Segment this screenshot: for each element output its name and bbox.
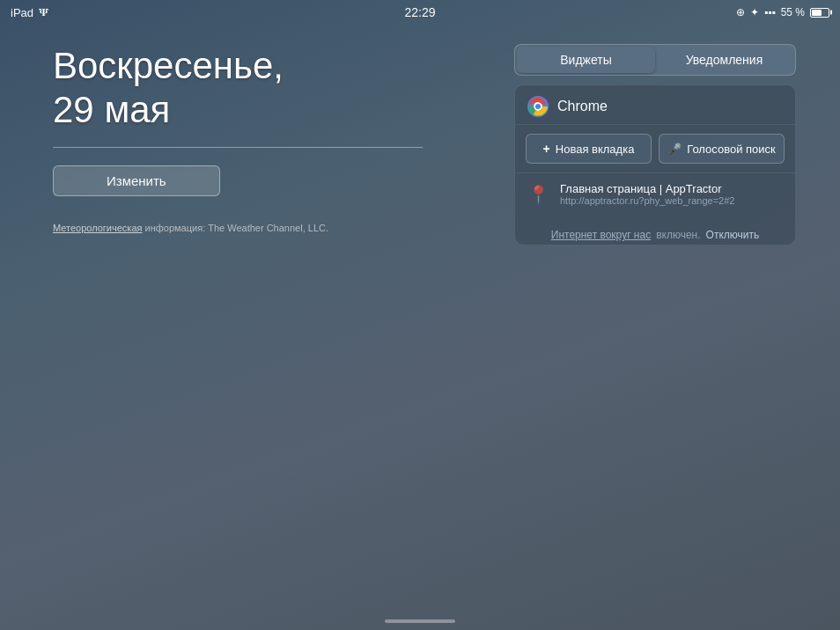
tabs-container: Виджеты Уведомления	[514, 44, 796, 76]
voice-search-button[interactable]: 🎤 Голосовой поиск	[659, 134, 785, 164]
divider	[53, 147, 423, 148]
home-indicator[interactable]	[385, 619, 455, 623]
site-url: http://apptractor.ru?phy_web_range=2#2	[560, 195, 783, 206]
widget-actions: + Новая вкладка 🎤 Голосовой поиск	[515, 125, 795, 172]
right-panel: Виджеты Уведомления Chrome	[514, 44, 796, 245]
status-bar: iPad 𝚿 22:29 ⊕ ✦ ▪▪▪ 55 %	[0, 0, 840, 25]
plus-icon: +	[543, 142, 550, 156]
date-display: Воскресенье, 29 мая	[53, 44, 475, 133]
date-day: 29 мая	[53, 89, 170, 130]
status-left: iPad 𝚿	[11, 6, 48, 19]
chrome-widget: Chrome + Новая вкладка 🎤 Голосовой поиск…	[514, 84, 796, 245]
voice-search-label: Голосовой поиск	[687, 143, 776, 156]
wifi-icon: 𝚿	[39, 6, 48, 18]
site-title: Главная страница | AppTractor	[560, 182, 783, 195]
svg-point-3	[535, 104, 541, 109]
site-location-icon: 📍	[527, 184, 549, 205]
chrome-app-icon	[527, 96, 549, 117]
internet-around-us-link[interactable]: Интернет вокруг нас	[551, 229, 651, 241]
disable-button[interactable]: Отключить	[706, 229, 760, 241]
microphone-icon: 🎤	[667, 143, 682, 156]
left-panel: Воскресенье, 29 мая Изменить Метеорологи…	[53, 44, 475, 233]
new-tab-label: Новая вкладка	[556, 143, 635, 156]
edit-button[interactable]: Изменить	[53, 165, 220, 196]
battery-icon	[810, 8, 829, 18]
chrome-widget-header: Chrome	[515, 85, 795, 125]
device-label: iPad	[11, 6, 33, 19]
location-status-icon: ⊕	[736, 6, 745, 18]
recent-site[interactable]: 📍 Главная страница | AppTractor http://a…	[515, 172, 795, 216]
weather-credit-text: информация: The Weather Channel, LLC.	[142, 223, 328, 233]
new-tab-button[interactable]: + Новая вкладка	[526, 134, 652, 164]
tab-notifications[interactable]: Уведомления	[655, 47, 793, 73]
tab-widgets[interactable]: Виджеты	[517, 47, 655, 73]
internet-notice: Интернет вокруг нас включен. Отключить	[515, 216, 795, 245]
battery-percent: 55 %	[781, 6, 805, 18]
bluetooth-icon: ✦	[750, 6, 759, 18]
internet-notice-text: включен.	[656, 229, 700, 241]
chrome-widget-title: Chrome	[557, 99, 608, 114]
date-weekday: Воскресенье,	[53, 45, 284, 86]
site-info: Главная страница | AppTractor http://app…	[560, 182, 783, 206]
weather-link[interactable]: Метеорологическая	[53, 223, 142, 233]
weather-credit: Метеорологическая информация: The Weathe…	[53, 223, 475, 233]
signal-bars: ▪▪▪	[764, 6, 776, 18]
status-right: ⊕ ✦ ▪▪▪ 55 %	[736, 6, 829, 18]
status-time: 22:29	[404, 5, 435, 19]
